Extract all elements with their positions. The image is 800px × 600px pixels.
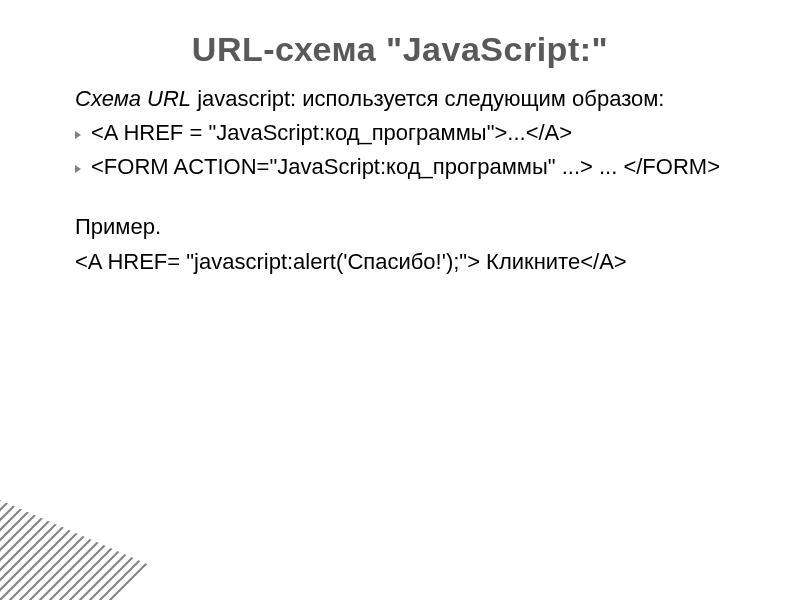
slide-title: URL-схема "JavaScript:" — [0, 0, 800, 85]
spacer — [75, 187, 740, 213]
intro-rest: javascript: используется следующим образ… — [191, 86, 664, 111]
intro-paragraph: Схема URL javascript: используется следу… — [75, 85, 740, 113]
example-label: Пример. — [75, 213, 740, 241]
decorative-hatch-icon — [0, 500, 230, 600]
example-code: <A HREF= "javascript:alert('Спасибо!');"… — [75, 248, 740, 276]
bullet-item: <FORM ACTION="JavaScript:код_программы" … — [75, 153, 740, 181]
svg-line-22 — [10, 500, 230, 600]
bullet-item: <A HREF = "JavaScript:код_программы">...… — [75, 119, 740, 147]
intro-emphasis: Схема URL — [75, 86, 191, 111]
slide-body: Схема URL javascript: используется следу… — [0, 85, 800, 276]
